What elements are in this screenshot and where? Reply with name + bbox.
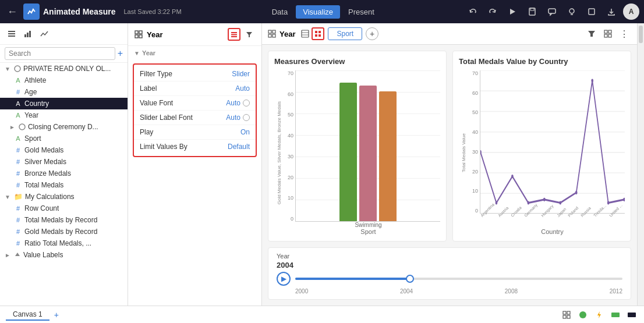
label-value[interactable]: Auto	[235, 84, 250, 93]
svg-rect-13	[29, 31, 31, 37]
bottom-green-rect-icon[interactable]	[609, 308, 622, 321]
sidebar-item-year[interactable]: A Year	[0, 109, 128, 121]
filter-row-value-font: Value Font Auto	[134, 96, 256, 111]
sidebar-item-ratio-total[interactable]: # Ratio Total Medals, ...	[0, 237, 128, 249]
svg-marker-0	[510, 9, 515, 15]
search-row: +	[0, 45, 128, 63]
sidebar-item-closing-ceremony[interactable]: ► Closing Ceremony D...	[0, 121, 128, 133]
search-input[interactable]	[5, 47, 115, 60]
sidebar-item-sport[interactable]: A Sport	[0, 133, 128, 144]
add-filter-button[interactable]: +	[366, 27, 378, 40]
filter-layout-icon	[134, 30, 143, 39]
save-icon[interactable]	[524, 3, 540, 20]
sidebar-item-gold-medals-record[interactable]: # Gold Medals by Record	[0, 226, 128, 237]
export-icon[interactable]	[603, 3, 620, 20]
user-avatar[interactable]: A	[623, 3, 639, 20]
my-calculations-section[interactable]: ▼ 📁 My Calculations	[0, 191, 128, 203]
svg-rect-9	[8, 33, 15, 34]
filter-settings-icon[interactable]	[228, 28, 240, 41]
sidebar-chart-icon[interactable]	[21, 27, 35, 41]
right-scrollbar[interactable]	[637, 23, 644, 306]
redo-icon[interactable]	[484, 3, 501, 20]
scrollbar-thumb[interactable]	[639, 26, 643, 43]
play-button[interactable]: ▶	[277, 272, 291, 286]
sidebar-toolbar	[0, 23, 128, 45]
slider-fill	[295, 278, 410, 280]
filter-row-limit: Limit Values By Default	[134, 140, 256, 154]
sidebar-item-total-medals[interactable]: # Total Medals	[0, 179, 128, 191]
sidebar-item-gold-medals[interactable]: # Gold Medals	[0, 144, 128, 156]
sidebar-item-athlete[interactable]: A Athlete	[0, 74, 128, 86]
play-icon[interactable]	[504, 3, 521, 20]
bottom-bolt-icon[interactable]	[593, 308, 606, 321]
svg-point-55	[607, 201, 610, 204]
line-y-ticks: 0 10 20 30 40 50 60 70	[468, 70, 480, 214]
sidebar-item-age[interactable]: # Age	[0, 86, 128, 98]
label-label: Label	[140, 84, 235, 93]
sidebar-datasource[interactable]: ▼ PRIVATE READ ONLY OL...	[0, 63, 128, 74]
type-icon-age: #	[14, 88, 22, 95]
bar-silver	[359, 86, 377, 221]
canvas-toolbar: Year Sport + ⋮	[262, 23, 637, 45]
bottom-grid-icon[interactable]	[560, 308, 573, 321]
svg-marker-62	[597, 311, 601, 318]
svg-rect-24	[268, 30, 271, 33]
svg-rect-31	[315, 31, 317, 33]
sidebar-trend-icon[interactable]	[37, 27, 51, 41]
bar-bronze	[379, 91, 397, 221]
svg-rect-60	[567, 315, 570, 318]
expand-icon[interactable]	[583, 3, 600, 20]
my-calculations-label: My Calculations	[25, 193, 75, 201]
section-arrow-icon: ▼	[134, 50, 140, 56]
line-y-axis-label: Total Medals Value	[461, 133, 466, 172]
chevron-right-icon: ►	[9, 124, 15, 130]
undo-icon[interactable]	[465, 3, 481, 20]
bottom-green-icon[interactable]	[576, 308, 589, 321]
value-font-value[interactable]: Auto	[226, 99, 240, 107]
sidebar-item-bronze-medals[interactable]: # Bronze Medals	[0, 168, 128, 179]
layout-active-icon[interactable]	[312, 27, 324, 40]
sidebar-list-icon[interactable]	[5, 27, 19, 41]
grid-view-icon[interactable]	[601, 27, 615, 41]
more-options-icon[interactable]: ⋮	[617, 27, 631, 41]
svg-rect-38	[604, 34, 607, 37]
slider-track[interactable]	[295, 278, 622, 280]
bar-chart-box: Measures Overview Gold Medals Value, Sil…	[268, 51, 447, 242]
back-button[interactable]: ←	[5, 3, 20, 20]
play-value[interactable]: On	[240, 128, 250, 136]
sidebar-item-country[interactable]: A Country	[0, 98, 128, 109]
bar-y-axis-label-container: Gold Medals Value, Silver Medals, Bronze…	[274, 70, 284, 235]
comment-icon[interactable]	[544, 3, 560, 20]
last-saved-text: Last Saved 3:22 PM	[123, 8, 181, 15]
type-icon-year: A	[14, 112, 22, 119]
nav-data[interactable]: Data	[265, 5, 295, 19]
sport-filter-button[interactable]: Sport	[328, 27, 362, 40]
type-icon-gold: #	[14, 147, 22, 154]
slider-thumb[interactable]	[406, 275, 414, 283]
add-field-icon[interactable]: +	[118, 48, 123, 59]
chevron-right-icon-vl: ►	[5, 252, 10, 258]
svg-point-51	[543, 198, 546, 201]
svg-rect-27	[273, 34, 275, 37]
type-icon-tmr: #	[14, 216, 22, 223]
sidebar-item-silver-medals[interactable]: # Silver Medals	[0, 156, 128, 168]
limit-value[interactable]: Default	[228, 143, 250, 151]
nav-present[interactable]: Present	[341, 5, 381, 19]
filter-type-icon[interactable]	[243, 28, 256, 41]
sidebar-item-row-count[interactable]: # Row Count	[0, 203, 128, 214]
nav-visualize[interactable]: Visualize	[296, 5, 340, 19]
sidebar-value-labels[interactable]: ► Value Labels	[0, 249, 128, 261]
sidebar-item-total-medals-record[interactable]: # Total Medals by Record	[0, 214, 128, 226]
top-nav: Data Visualize Present	[265, 5, 381, 19]
svg-rect-36	[604, 30, 607, 33]
svg-rect-21	[231, 34, 237, 36]
svg-point-48	[496, 201, 498, 204]
canvas-tab-1[interactable]: Canvas 1	[6, 309, 49, 321]
bulb-icon[interactable]	[564, 3, 580, 20]
slider-font-value[interactable]: Auto	[226, 113, 240, 122]
add-canvas-tab-icon[interactable]: +	[54, 310, 59, 320]
filter-type-value[interactable]: Slider	[232, 70, 250, 78]
ratio-label: Ratio Total Medals, ...	[24, 239, 91, 247]
bottom-dark-rect-icon[interactable]	[625, 308, 638, 321]
filter-icon[interactable]	[585, 27, 599, 41]
